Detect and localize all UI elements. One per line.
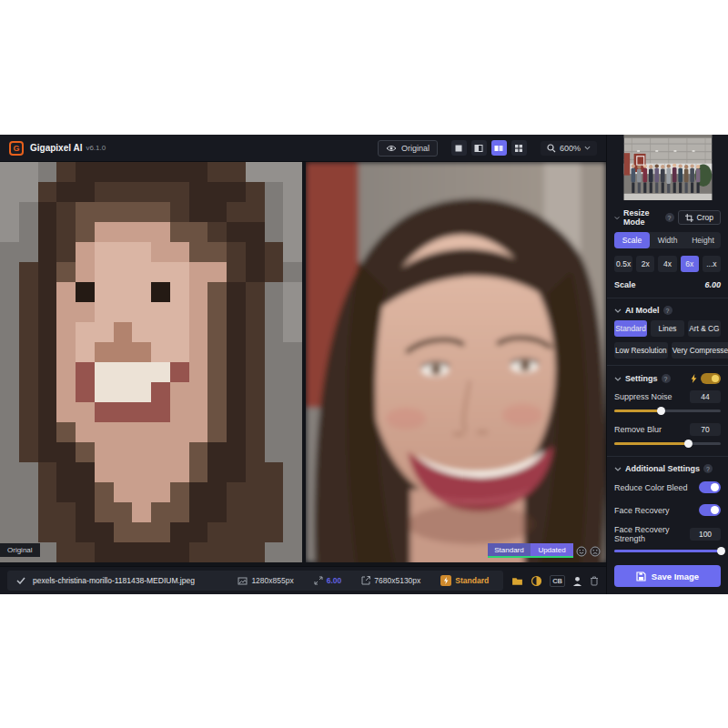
preset-6x[interactable]: 6x <box>681 256 699 272</box>
original-image-pane[interactable]: Original <box>0 162 302 562</box>
ai-model-header[interactable]: AI Model ? <box>614 306 721 315</box>
divider <box>607 456 728 457</box>
resize-mode-header[interactable]: Resize Mode ? Crop <box>614 208 721 227</box>
help-icon[interactable]: ? <box>665 213 674 222</box>
resize-tabs: Scale Width Height <box>614 232 721 248</box>
remove-blur-slider[interactable] <box>614 439 721 448</box>
auto-settings-toggle[interactable] <box>701 373 721 384</box>
model-low-resolution[interactable]: Low Resolution <box>614 342 668 359</box>
slider-handle[interactable] <box>684 440 693 448</box>
preset-custom[interactable]: ...x <box>703 256 721 272</box>
settings-title: Settings <box>625 374 658 383</box>
help-icon[interactable]: ? <box>703 464 713 473</box>
save-image-button[interactable]: Save Image <box>614 565 721 587</box>
face-recovery-strength-value[interactable]: 100 <box>690 528 721 541</box>
zoom-control[interactable]: 600% <box>541 141 597 156</box>
additional-settings-header[interactable]: Additional Settings ? <box>614 464 721 473</box>
view-side-by-side-button[interactable] <box>491 140 507 156</box>
scale-group: 6.00 <box>314 576 342 585</box>
magnifier-icon <box>547 144 556 153</box>
app-logo-icon: G <box>9 141 24 156</box>
feedback-happy-icon[interactable] <box>576 546 587 557</box>
help-icon[interactable]: ? <box>663 306 672 315</box>
file-row[interactable]: pexels-christina-morillo-1181438-MEDIUM.… <box>7 571 503 591</box>
ai-model-title: AI Model <box>625 306 660 315</box>
model-standard[interactable]: Standard <box>614 320 647 337</box>
original-button-label: Original <box>401 144 430 153</box>
view-quad-button[interactable] <box>511 140 527 156</box>
scale-value-row: Scale 6.00 <box>614 280 721 289</box>
preset-4x[interactable]: 4x <box>658 256 676 272</box>
model-status-badge[interactable]: Standard <box>440 575 489 586</box>
face-recovery-row: Face Recovery <box>614 504 721 516</box>
model-art-cg[interactable]: Art & CG <box>688 320 721 337</box>
export-size-icon <box>361 576 370 585</box>
tab-width[interactable]: Width <box>650 232 685 248</box>
face-recovery-toggle[interactable] <box>699 504 721 516</box>
chevron-down-icon <box>614 216 620 220</box>
chevron-down-icon <box>614 467 622 471</box>
caret-down-icon <box>584 146 591 150</box>
model-very-compressed[interactable]: Very Compressed <box>672 342 728 359</box>
app-title: Gigapixel AI <box>30 143 82 153</box>
scale-row-label: Scale <box>614 280 636 289</box>
image-size-icon <box>238 577 248 585</box>
tab-height[interactable]: Height <box>685 232 721 248</box>
compare-standard-label[interactable]: Standard <box>488 543 531 556</box>
remove-blur-label: Remove Blur <box>614 425 662 434</box>
sidebar-controls: Resize Mode ? Crop Scale Width Height 0.… <box>607 200 728 560</box>
gigapixel-window: G Gigapixel AI v6.1.0 Original <box>0 135 728 594</box>
enhanced-image-pane[interactable]: Standard Updated <box>306 162 606 562</box>
settings-header[interactable]: Settings ? <box>614 373 721 384</box>
save-disk-icon <box>636 571 646 581</box>
face-recovery-indicator-icon[interactable] <box>572 576 582 586</box>
settings-sidebar: Resize Mode ? Crop Scale Width Height 0.… <box>606 135 728 594</box>
output-size: 7680x5130px <box>374 576 420 585</box>
suppress-noise-value[interactable]: 44 <box>690 390 721 403</box>
show-original-button[interactable]: Original <box>378 140 438 157</box>
model-lines[interactable]: Lines <box>651 320 683 337</box>
output-size-group: 7680x5130px <box>361 576 420 585</box>
crop-button[interactable]: Crop <box>678 210 721 225</box>
reduce-color-bleed-toggle[interactable] <box>699 481 721 493</box>
color-bleed-indicator[interactable]: CB <box>550 575 565 587</box>
divider <box>607 298 728 298</box>
model-row-2: Low Resolution Very Compressed <box>614 342 721 359</box>
original-badge: Original <box>0 543 40 557</box>
preset-2x[interactable]: 2x <box>636 256 654 272</box>
reduce-color-bleed-label: Reduce Color Bleed <box>614 483 688 492</box>
tab-scale[interactable]: Scale <box>614 232 650 248</box>
slider-handle[interactable] <box>717 547 725 555</box>
view-single-button[interactable] <box>451 140 467 156</box>
slider-handle[interactable] <box>657 407 665 415</box>
contrast-icon[interactable] <box>531 575 542 587</box>
side-by-side-view-icon <box>494 144 503 153</box>
suppress-noise-slider[interactable] <box>614 406 721 415</box>
view-split-button[interactable] <box>471 140 487 156</box>
suppress-noise-label: Suppress Noise <box>614 392 672 401</box>
scale-value: 6.00 <box>327 576 342 585</box>
split-view-icon <box>474 144 483 153</box>
face-recovery-strength-slider[interactable] <box>614 546 721 555</box>
compare-updated-label[interactable]: Updated <box>531 543 573 556</box>
input-size: 1280x855px <box>251 576 293 585</box>
chevron-down-icon <box>614 308 622 313</box>
preset-0-5x[interactable]: 0.5x <box>614 256 632 272</box>
eye-icon <box>386 145 397 152</box>
crop-button-label: Crop <box>697 213 713 222</box>
trash-icon[interactable] <box>590 575 599 586</box>
resize-mode-title: Resize Mode <box>623 208 661 227</box>
scale-presets: 0.5x 2x 4x 6x ...x <box>614 256 721 272</box>
model-status-label: Standard <box>455 576 489 585</box>
remove-blur-value[interactable]: 70 <box>690 423 721 436</box>
single-view-icon <box>454 144 463 153</box>
help-icon[interactable]: ? <box>662 374 671 383</box>
view-mode-group <box>451 140 527 156</box>
preview-thumbnail[interactable] <box>607 135 728 200</box>
additional-settings-title: Additional Settings <box>625 464 700 473</box>
filename: pexels-christina-morillo-1181438-MEDIUM.… <box>33 576 195 585</box>
output-folder-icon[interactable] <box>511 576 523 586</box>
auto-settings-group <box>691 373 721 384</box>
feedback-sad-icon[interactable] <box>590 546 601 557</box>
compare-toggle[interactable]: Standard Updated <box>488 543 573 558</box>
